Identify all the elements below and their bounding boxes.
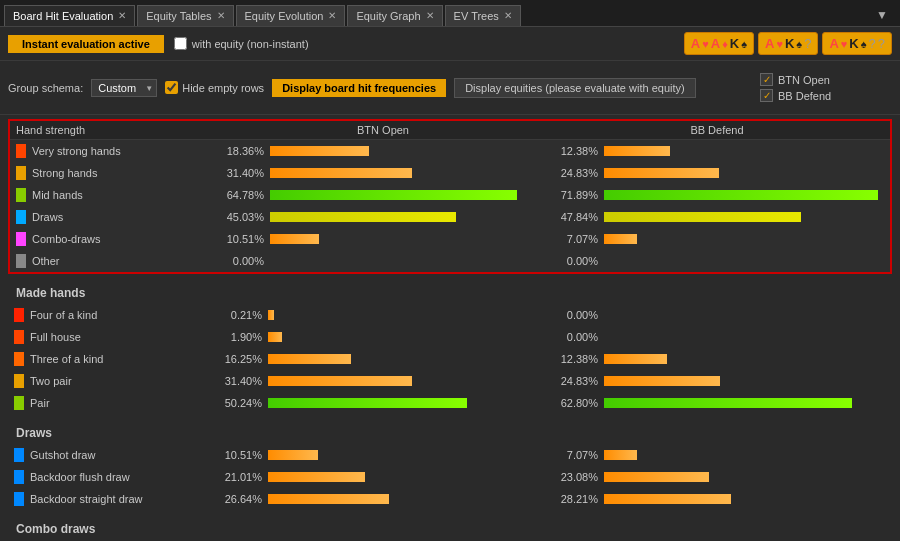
table-row: Other 0.00% 0.00% — [10, 250, 890, 272]
tab-equity-evolution[interactable]: Equity Evolution ✕ — [236, 5, 346, 26]
row-label: Backdoor flush draw — [14, 470, 214, 484]
bb-bar-cell: 7.07% — [550, 449, 886, 461]
btn-bar-cell: 16.25% — [214, 353, 550, 365]
row-label-text: Full house — [30, 331, 81, 343]
hand-strength-section: Hand strength BTN Open BB Defend Very st… — [8, 119, 892, 274]
btn-bar-cell: 0.00% — [216, 255, 550, 267]
display-eq-btn[interactable]: Display equities (please evaluate with e… — [454, 78, 696, 98]
schema-row: Group schema: Custom Hide empty rows Dis… — [0, 61, 900, 115]
tab-ev-trees[interactable]: EV Trees ✕ — [445, 5, 521, 26]
card-btn-1[interactable]: A ♥ A ♦ K ♠ — [684, 32, 754, 55]
hand-strength-col1: BTN Open — [216, 124, 550, 136]
bb-bar-cell: 62.80% — [550, 397, 886, 409]
btn-bar — [268, 494, 389, 504]
bb-pct: 0.00% — [556, 331, 598, 343]
tab-ev-trees-close[interactable]: ✕ — [504, 10, 512, 21]
card-k2: K — [785, 36, 794, 51]
bb-bar-container — [604, 168, 878, 178]
btn-pct: 10.51% — [220, 449, 262, 461]
hide-empty-checkbox[interactable] — [165, 81, 178, 94]
table-row: Very strong hands 18.36% 12.38% — [10, 140, 890, 162]
row-color — [16, 210, 26, 224]
btn-bar-cell: 64.78% — [216, 189, 550, 201]
bb-pct: 47.84% — [556, 211, 598, 223]
table-row: Pair 50.24% 62.80% — [8, 392, 892, 414]
btn-bar-cell: 18.36% — [216, 145, 550, 157]
table-row: Draws 45.03% 47.84% — [10, 206, 890, 228]
bb-bar-cell: 0.00% — [550, 255, 884, 267]
btn-bar — [268, 354, 351, 364]
bb-pct: 7.07% — [556, 233, 598, 245]
card-a1: A — [691, 36, 700, 51]
row-color — [16, 188, 26, 202]
display-freq-btn[interactable]: Display board hit frequencies — [272, 79, 446, 97]
btn-pct: 50.24% — [220, 397, 262, 409]
row-label: Three of a kind — [14, 352, 214, 366]
card-btn-2[interactable]: A ♥ K ♠ ? — [758, 32, 818, 55]
bb-bar — [604, 450, 637, 460]
row-label-text: Strong hands — [32, 167, 97, 179]
btn-bar — [270, 234, 319, 244]
bb-bar-container — [604, 234, 878, 244]
btn-bar-container — [270, 146, 544, 156]
bb-pct: 7.07% — [556, 449, 598, 461]
suit5: ♠ — [796, 38, 802, 50]
tab-equity-graph-close[interactable]: ✕ — [426, 10, 434, 21]
bb-bar-cell: 71.89% — [550, 189, 884, 201]
row-label: Full house — [14, 330, 214, 344]
tab-equity-evolution-close[interactable]: ✕ — [328, 10, 336, 21]
legend-check-bb[interactable]: ✓ — [760, 89, 773, 102]
tab-board-hit-close[interactable]: ✕ — [118, 10, 126, 21]
card-btn-3[interactable]: A ♥ K ♠ ? ? — [822, 32, 892, 55]
btn-bar-container — [268, 398, 544, 408]
hand-strength-header: Hand strength BTN Open BB Defend — [10, 121, 890, 140]
bb-bar-cell: 24.83% — [550, 375, 886, 387]
table-row: Mid hands 64.78% 71.89% — [10, 184, 890, 206]
btn-bar — [268, 332, 282, 342]
table-row: Gutshot draw 10.51% 7.07% — [8, 444, 892, 466]
bb-pct: 0.00% — [556, 255, 598, 267]
row-label: Strong hands — [16, 166, 216, 180]
btn-bar-container — [270, 168, 544, 178]
legend-check-btn[interactable]: ✓ — [760, 73, 773, 86]
row-label: Very strong hands — [16, 144, 216, 158]
btn-bar — [268, 310, 274, 320]
btn-pct: 10.51% — [222, 233, 264, 245]
legend-item-bb: ✓ BB Defend — [760, 89, 884, 102]
made-hands-rows: Four of a kind 0.21% 0.00% F — [8, 304, 892, 414]
tab-equity-tables[interactable]: Equity Tables ✕ — [137, 5, 233, 26]
bb-bar-cell: 7.07% — [550, 233, 884, 245]
combo-draws-title: Combo draws — [8, 514, 892, 536]
btn-bar-container — [268, 332, 544, 342]
row-color — [16, 232, 26, 246]
table-row: Full house 1.90% 0.00% — [8, 326, 892, 348]
row-label: Backdoor straight draw — [14, 492, 214, 506]
tab-equity-graph[interactable]: Equity Graph ✕ — [347, 5, 442, 26]
btn-bar-container — [270, 190, 544, 200]
suit1: ♥ — [702, 38, 709, 50]
combo-draws-section: Combo draws Pair + gutshot draw 10.51% 7… — [8, 514, 892, 536]
bb-pct: 62.80% — [556, 397, 598, 409]
with-equity-checkbox[interactable] — [174, 37, 187, 50]
tab-equity-tables-close[interactable]: ✕ — [217, 10, 225, 21]
bb-bar — [604, 168, 719, 178]
card-q3: ? — [878, 36, 885, 51]
left-panel: Hand strength BTN Open BB Defend Very st… — [0, 119, 900, 532]
tab-equity-evolution-label: Equity Evolution — [245, 10, 324, 22]
schema-label: Group schema: — [8, 82, 83, 94]
btn-pct: 18.36% — [222, 145, 264, 157]
bb-bar-container — [604, 212, 878, 222]
btn-bar-cell: 50.24% — [214, 397, 550, 409]
schema-select[interactable]: Custom — [91, 79, 157, 97]
row-color — [16, 254, 26, 268]
tab-dropdown-arrow[interactable]: ▼ — [868, 4, 896, 26]
made-hands-title: Made hands — [8, 278, 892, 304]
btn-pct: 21.01% — [220, 471, 262, 483]
row-label-text: Pair — [30, 397, 50, 409]
bb-bar-container — [604, 146, 878, 156]
row-label-text: Gutshot draw — [30, 449, 95, 461]
draws-section: Draws Gutshot draw 10.51% 7.07% — [8, 418, 892, 510]
card-q1: ? — [804, 36, 811, 51]
hand-strength-title: Hand strength — [16, 124, 216, 136]
tab-board-hit[interactable]: Board Hit Evaluation ✕ — [4, 5, 135, 26]
